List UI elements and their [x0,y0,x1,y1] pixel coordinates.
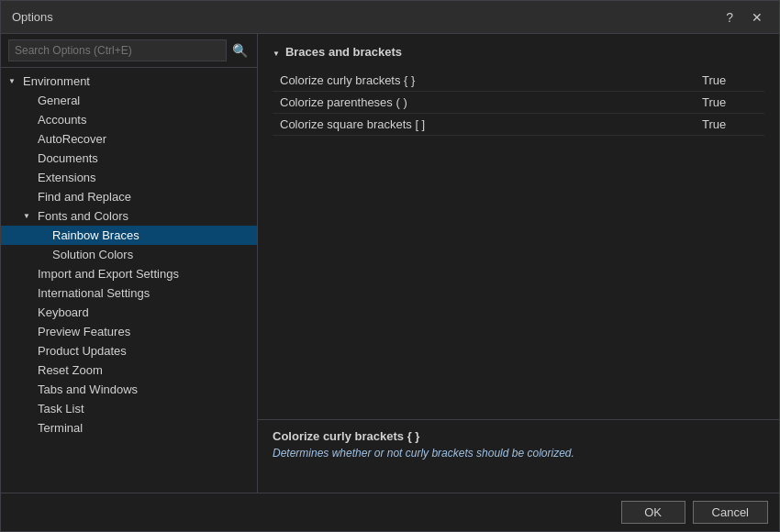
tree-node-reset-zoom[interactable]: Reset Zoom [1,360,257,380]
description-text: Determines whether or not curly brackets… [273,447,764,460]
search-input[interactable] [8,39,227,61]
tree-area: ▼EnvironmentGeneralAccountsAutoRecoverDo… [1,68,257,493]
content-area: 🔍 ▼EnvironmentGeneralAccountsAutoRecover… [1,34,779,493]
tree-node-keyboard[interactable]: Keyboard [1,303,257,322]
dialog-title: Options [12,10,53,24]
tree-node-international-settings[interactable]: International Settings [1,283,257,303]
left-panel: 🔍 ▼EnvironmentGeneralAccountsAutoRecover… [1,34,258,493]
tree-node-preview-features[interactable]: Preview Features [1,322,257,341]
tree-node-terminal[interactable]: Terminal [1,418,257,438]
expand-icon-environment: ▼ [8,77,23,85]
settings-label-1: Colorize parentheses ( ) [280,95,702,109]
tree-node-import-export-settings[interactable]: Import and Export Settings [1,264,257,283]
settings-table: Colorize curly brackets { }TrueColorize … [273,70,764,136]
tree-node-autorecover[interactable]: AutoRecover [1,129,257,149]
tree-label-autorecover: AutoRecover [38,132,106,146]
settings-value-1: True [702,95,757,109]
ok-button[interactable]: OK [621,501,685,524]
cancel-button[interactable]: Cancel [693,501,768,524]
tree-label-tabs-and-windows: Tabs and Windows [38,382,138,396]
tree-label-product-updates: Product Updates [38,344,127,358]
tree-label-import-export-settings: Import and Export Settings [38,267,179,281]
section-header: Braces and brackets [273,45,764,59]
tree-label-fonts-and-colors: Fonts and Colors [38,209,128,223]
options-dialog: Options ? ✕ 🔍 ▼EnvironmentGeneralAccount… [0,0,780,532]
description-title: Colorize curly brackets { } [273,429,764,443]
settings-row-1[interactable]: Colorize parentheses ( )True [273,92,764,114]
tree-node-environment[interactable]: ▼Environment [1,72,257,91]
tree-label-accounts: Accounts [38,113,86,127]
tree-node-documents[interactable]: Documents [1,149,257,168]
search-box: 🔍 [1,34,257,68]
tree-label-keyboard: Keyboard [38,305,89,319]
tree-label-international-settings: International Settings [38,286,150,300]
tree-label-extensions: Extensions [38,171,96,184]
tree-node-extensions[interactable]: Extensions [1,168,257,187]
tree-label-rainbow-braces: Rainbow Braces [52,228,139,242]
tree-node-solution-colors[interactable]: Solution Colors [1,245,257,264]
settings-label-2: Colorize square brackets [ ] [280,117,702,131]
description-area: Colorize curly brackets { } Determines w… [258,419,779,493]
tree-node-accounts[interactable]: Accounts [1,110,257,129]
tree-label-find-and-replace: Find and Replace [38,190,131,204]
title-bar-controls: ? ✕ [720,9,768,26]
expand-icon-fonts-and-colors: ▼ [23,212,38,220]
tree-node-task-list[interactable]: Task List [1,399,257,418]
right-panel: Braces and brackets Colorize curly brack… [258,34,779,493]
settings-value-2: True [702,117,757,131]
tree-label-task-list: Task List [38,402,84,416]
tree-label-reset-zoom: Reset Zoom [38,363,103,377]
settings-area: Braces and brackets Colorize curly brack… [258,34,779,419]
tree-label-general: General [38,94,80,107]
section-expand-icon [273,45,280,59]
tree-node-tabs-and-windows[interactable]: Tabs and Windows [1,380,257,399]
settings-row-2[interactable]: Colorize square brackets [ ]True [273,114,764,136]
tree-node-fonts-and-colors[interactable]: ▼Fonts and Colors [1,206,257,226]
settings-label-0: Colorize curly brackets { } [280,73,702,87]
tree-node-rainbow-braces[interactable]: Rainbow Braces [1,226,257,245]
tree-label-documents: Documents [38,151,98,165]
tree-label-solution-colors: Solution Colors [52,248,133,261]
tree-node-general[interactable]: General [1,91,257,110]
section-title: Braces and brackets [285,45,402,59]
settings-row-0[interactable]: Colorize curly brackets { }True [273,70,764,92]
help-button[interactable]: ? [720,9,739,26]
settings-value-0: True [702,73,757,87]
search-icon-button[interactable]: 🔍 [230,41,250,60]
tree-node-product-updates[interactable]: Product Updates [1,341,257,360]
close-button[interactable]: ✕ [746,9,768,26]
tree-label-preview-features: Preview Features [38,325,130,338]
tree-label-environment: Environment [23,74,90,88]
tree-label-terminal: Terminal [38,421,83,435]
dialog-footer: OK Cancel [1,493,779,531]
title-bar: Options ? ✕ [1,1,779,34]
tree-node-find-and-replace[interactable]: Find and Replace [1,187,257,206]
